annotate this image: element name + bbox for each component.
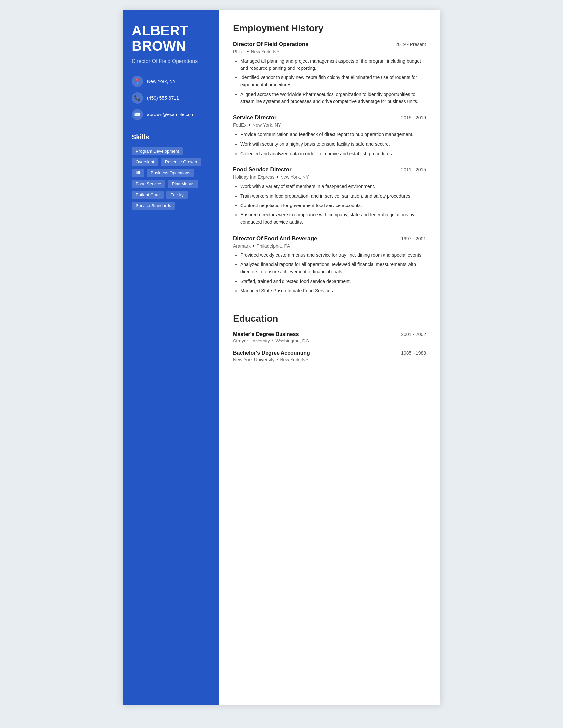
skill-tag: Plan Menus bbox=[168, 180, 199, 188]
dot-separator: • bbox=[276, 174, 278, 180]
job-company: Pfizer bbox=[233, 49, 245, 54]
bullet-item: Provide communication and feedback of di… bbox=[240, 131, 426, 138]
skills-section: Skills Program DevelopmentOversightReven… bbox=[132, 133, 209, 210]
job-block: Service Director 2015 - 2019 FedEx • New… bbox=[233, 114, 426, 157]
job-location: Philadelphia, PA bbox=[257, 243, 291, 249]
sidebar: ALBERT BROWN Director Of Field Operation… bbox=[122, 10, 218, 705]
bullet-item: Collected and analyzed data in order to … bbox=[240, 150, 426, 158]
email-text: abrown@example.com bbox=[147, 112, 194, 117]
jobs-list: Director Of Field Operations 2019 - Pres… bbox=[233, 41, 426, 295]
dot-separator: • bbox=[276, 357, 278, 362]
contact-section: 📍 New York, NY 📞 (450) 555-6711 ✉️ abrow… bbox=[132, 76, 209, 120]
job-title: Food Service Director bbox=[233, 166, 292, 173]
phone-icon: 📞 bbox=[132, 92, 143, 104]
job-location: New York, NY bbox=[251, 49, 279, 54]
bullet-item: Analyzed financial reports for all opera… bbox=[240, 261, 426, 275]
education-list: Master's Degree Business 2001 - 2002 Str… bbox=[233, 331, 426, 362]
bullet-item: Train workers in food preparation, and i… bbox=[240, 193, 426, 200]
edu-header: Master's Degree Business 2001 - 2002 bbox=[233, 331, 426, 337]
employment-heading: Employment History bbox=[233, 23, 426, 34]
job-header: Service Director 2015 - 2019 bbox=[233, 114, 426, 121]
job-header: Director Of Food And Beverage 1997 - 200… bbox=[233, 235, 426, 242]
edu-dates: 2001 - 2002 bbox=[401, 332, 426, 337]
bullet-item: Staffed, trained and directed food servi… bbox=[240, 278, 426, 285]
edu-dates: 1985 - 1988 bbox=[401, 350, 426, 356]
candidate-name: ALBERT BROWN bbox=[132, 23, 209, 54]
skill-tag: Itil bbox=[132, 169, 144, 177]
job-dates: 2015 - 2019 bbox=[401, 115, 426, 120]
bullet-item: Work with security on a nightly basis to… bbox=[240, 141, 426, 148]
skill-tag: Revenue Growth bbox=[161, 158, 201, 166]
contact-location: 📍 New York, NY bbox=[132, 76, 209, 87]
dot-separator: • bbox=[248, 122, 250, 128]
job-header: Food Service Director 2011 - 2015 bbox=[233, 166, 426, 173]
job-company: FedEx bbox=[233, 122, 246, 128]
skill-tag: Facility bbox=[166, 191, 187, 199]
bullet-item: Ensured directors were in compliance wit… bbox=[240, 211, 426, 226]
job-company: Aramark bbox=[233, 243, 251, 249]
name-line2: BROWN bbox=[132, 38, 186, 54]
job-dates: 2019 - Present bbox=[396, 42, 426, 47]
job-meta: FedEx • New York, NY bbox=[233, 122, 426, 128]
dot-separator: • bbox=[253, 243, 255, 249]
location-icon: 📍 bbox=[132, 76, 143, 87]
job-block: Food Service Director 2011 - 2015 Holida… bbox=[233, 166, 426, 226]
job-block: Director Of Food And Beverage 1997 - 200… bbox=[233, 235, 426, 295]
edu-location: New York, NY bbox=[280, 357, 308, 362]
edu-header: Bachelor's Degree Accounting 1985 - 1988 bbox=[233, 350, 426, 356]
location-text: New York, NY bbox=[147, 79, 175, 84]
name-line1: ALBERT bbox=[132, 23, 188, 38]
edu-institution: New York University bbox=[233, 357, 274, 362]
skill-tag: Food Service bbox=[132, 180, 165, 188]
job-location: New York, NY bbox=[252, 122, 281, 128]
skill-tag: Business Operations bbox=[147, 169, 194, 177]
job-header: Director Of Field Operations 2019 - Pres… bbox=[233, 41, 426, 48]
job-meta: Pfizer • New York, NY bbox=[233, 49, 426, 54]
job-meta: Holiday Inn Express • New York, NY bbox=[233, 174, 426, 180]
job-bullets: Work with a variety of staff members in … bbox=[233, 183, 426, 226]
edu-institution: Strayer University bbox=[233, 338, 269, 343]
phone-text: (450) 555-6711 bbox=[147, 95, 179, 101]
skill-tag: Oversight bbox=[132, 158, 158, 166]
edu-block: Bachelor's Degree Accounting 1985 - 1988… bbox=[233, 350, 426, 362]
bullet-item: Contract negotiation for government food… bbox=[240, 202, 426, 209]
bullet-item: Provided weekly custom menus and service… bbox=[240, 252, 426, 259]
bullet-item: Identified vendor to supply new zebra fi… bbox=[240, 74, 426, 88]
job-block: Director Of Field Operations 2019 - Pres… bbox=[233, 41, 426, 105]
edu-block: Master's Degree Business 2001 - 2002 Str… bbox=[233, 331, 426, 343]
section-divider bbox=[233, 304, 426, 304]
job-dates: 2011 - 2015 bbox=[401, 167, 426, 172]
job-meta: Aramark • Philadelphia, PA bbox=[233, 243, 426, 249]
bullet-item: Managed State Prison Inmate Food Service… bbox=[240, 287, 426, 295]
bullet-item: Managed all planning and project managem… bbox=[240, 58, 426, 72]
edu-degree: Bachelor's Degree Accounting bbox=[233, 350, 310, 356]
candidate-title: Director Of Field Operations bbox=[132, 58, 209, 65]
edu-degree: Master's Degree Business bbox=[233, 331, 299, 337]
job-bullets: Provided weekly custom menus and service… bbox=[233, 252, 426, 295]
bullet-item: Work with a variety of staff members in … bbox=[240, 183, 426, 190]
skills-heading: Skills bbox=[132, 133, 209, 141]
contact-phone: 📞 (450) 555-6711 bbox=[132, 92, 209, 104]
edu-meta: New York University • New York, NY bbox=[233, 357, 426, 362]
job-bullets: Provide communication and feedback of di… bbox=[233, 131, 426, 157]
job-title: Director Of Food And Beverage bbox=[233, 235, 317, 242]
skill-tag: Service Standards bbox=[132, 202, 175, 210]
job-title: Service Director bbox=[233, 114, 276, 121]
resume-container: ALBERT BROWN Director Of Field Operation… bbox=[122, 10, 441, 705]
job-location: New York, NY bbox=[280, 174, 309, 180]
education-heading: Education bbox=[233, 313, 426, 324]
dot-separator: • bbox=[247, 49, 249, 54]
job-dates: 1997 - 2001 bbox=[401, 236, 426, 241]
job-title: Director Of Field Operations bbox=[233, 41, 309, 48]
job-bullets: Managed all planning and project managem… bbox=[233, 58, 426, 105]
bullet-item: Aligned across the Worldwide Pharmaceuti… bbox=[240, 91, 426, 105]
email-icon: ✉️ bbox=[132, 109, 143, 120]
skills-tags: Program DevelopmentOversightRevenue Grow… bbox=[132, 147, 209, 210]
skill-tag: Patient Care bbox=[132, 191, 164, 199]
dot-separator: • bbox=[271, 338, 273, 343]
main-content: Employment History Director Of Field Ope… bbox=[218, 10, 441, 705]
skill-tag: Program Development bbox=[132, 147, 183, 155]
job-company: Holiday Inn Express bbox=[233, 174, 274, 180]
edu-location: Washington, DC bbox=[275, 338, 309, 343]
contact-email: ✉️ abrown@example.com bbox=[132, 109, 209, 120]
